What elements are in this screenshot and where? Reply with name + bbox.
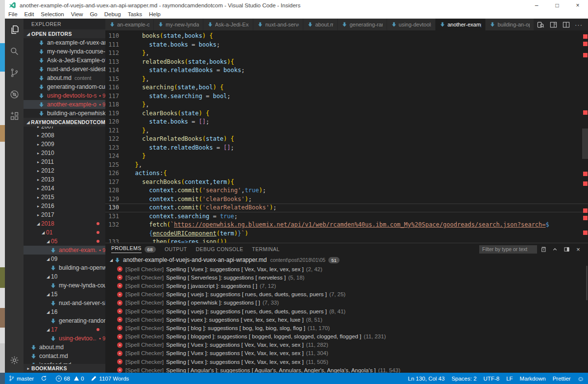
code-line-115[interactable]: 115 }, xyxy=(105,75,588,84)
editor-scrollbar[interactable] xyxy=(582,128,588,159)
tab-my-new-lynda-[interactable]: my-new-lynda-... xyxy=(154,19,203,30)
problem-row[interactable]: ×[Spell Checker]Spelling [ Serverless ]:… xyxy=(105,273,588,282)
code-line-114[interactable]: 114 state.relatedBooks = books; xyxy=(105,66,588,75)
code-line-123[interactable]: 123 state.relatedBooks = []; xyxy=(105,144,588,153)
panel-position-icon[interactable] xyxy=(561,246,572,253)
sync-status[interactable] xyxy=(37,373,52,384)
cursor-position-status[interactable]: Ln 130, Col 43 xyxy=(405,376,448,382)
menu-debug[interactable]: Debug xyxy=(101,11,124,17)
code-line-113[interactable]: 113 relatedBooks(state,books){ xyxy=(105,58,588,67)
tree-item-contact-md[interactable]: contact.md xyxy=(24,352,105,360)
code-line-111[interactable]: 111 state.books = books; xyxy=(105,41,588,50)
code-line-129[interactable]: 129 context.commit('clearBooks'); xyxy=(105,195,588,204)
tree-item-2011[interactable]: ▸2011 xyxy=(24,157,105,166)
open-editor-item[interactable]: another-example-of...9 xyxy=(24,100,105,109)
tree-item-05[interactable]: ◢05 xyxy=(24,237,105,246)
menu-file[interactable]: File xyxy=(5,11,21,17)
open-editor-item[interactable]: generating-random-cure-... xyxy=(24,82,105,91)
tree-item-jsonfeed-md[interactable]: jsonfeed.md xyxy=(24,360,105,364)
tree-item-2007[interactable]: ▸2007 xyxy=(24,127,105,131)
tree-item-2018[interactable]: ◢2018 xyxy=(24,219,105,228)
tree-item-generating-random-[interactable]: generating-random... xyxy=(24,316,105,325)
code-line-130[interactable]: 130 context.commit('clearRelatedBooks'); xyxy=(105,204,588,212)
code-line-wrap[interactable]: {encodeURIComponent(term)}`) xyxy=(105,230,588,238)
menu-help[interactable]: Help xyxy=(146,11,164,17)
tree-item-2010[interactable]: ▸2010 xyxy=(24,149,105,157)
eol-status[interactable]: LF xyxy=(503,376,516,382)
code-line-116[interactable]: 116 searching(state,bool) { xyxy=(105,83,588,92)
formatter-status[interactable]: Prettier xyxy=(549,376,574,382)
open-editor-item[interactable]: an-example-of-vuex-and-... xyxy=(24,38,105,47)
tree-item-16[interactable]: ◢16 xyxy=(24,307,105,316)
problem-row[interactable]: ×[Spell Checker]Spelling [ Vuex ]: sugge… xyxy=(105,341,588,349)
problems-file-row[interactable]: ◢ another-example-of-vuejs-and-vuex-an-a… xyxy=(105,255,588,265)
source-control-icon[interactable] xyxy=(5,62,24,83)
tree-item-my-new-lynda-cou-[interactable]: my-new-lynda-cou... xyxy=(24,281,105,290)
language-mode-status[interactable]: Markdown xyxy=(516,376,549,382)
tree-item-01[interactable]: ◢01 xyxy=(24,228,105,237)
problem-row[interactable]: ×[Spell Checker]Spelling [ Vuex ]: sugge… xyxy=(105,349,588,358)
menu-go[interactable]: Go xyxy=(86,11,100,17)
problems-status[interactable]: × 68 0 xyxy=(52,373,87,384)
encoding-status[interactable]: UTF-8 xyxy=(480,376,503,382)
indentation-status[interactable]: Spaces: 2 xyxy=(448,376,480,382)
code-line-122[interactable]: 122 clearRelatedBooks(state) { xyxy=(105,135,588,144)
tree-item-nuxt-and-server-si-[interactable]: nuxt-and-server-si... xyxy=(24,299,105,307)
problem-row[interactable]: ×[Spell Checker]Spelling [ blogged ]: su… xyxy=(105,333,588,341)
code-line-118[interactable]: 118 }, xyxy=(105,101,588,109)
minimize-button[interactable]: – xyxy=(526,0,547,10)
tab-nuxt-and-serve-[interactable]: nuxt-and-serve... xyxy=(253,19,303,30)
code-editor[interactable]: 110 books(state,books) {111 state.books … xyxy=(105,30,588,243)
code-line-128[interactable]: 128 context.commit('searching',true); xyxy=(105,186,588,195)
bookmarks-header[interactable]: ▸ BOOKMARKS xyxy=(24,364,105,373)
tree-item-09[interactable]: ◢09 xyxy=(24,255,105,263)
close-panel-icon[interactable]: × xyxy=(572,246,584,253)
tree-item-building-an-openw-[interactable]: building-an-openw... xyxy=(24,263,105,272)
problem-row[interactable]: ×[Spell Checker]Spelling [ Angular's ]: … xyxy=(105,366,588,373)
tree-item-2008[interactable]: ▸2008 xyxy=(24,131,105,140)
code-line-121[interactable]: 121 }, xyxy=(105,127,588,135)
problem-row[interactable]: ×[Spell Checker]Spelling [ vuejs ]: sugg… xyxy=(105,307,588,315)
collapse-all-icon[interactable] xyxy=(537,246,549,253)
code-line-110[interactable]: 110 books(state,books) { xyxy=(105,32,588,41)
open-preview-icon[interactable] xyxy=(534,21,547,28)
problem-row[interactable]: ×[Spell Checker]Spelling [ blog ]: sugge… xyxy=(105,324,588,332)
extensions-icon[interactable] xyxy=(5,105,24,127)
tab-an-example-of-[interactable]: an-example-of... xyxy=(105,19,154,30)
code-line-124[interactable]: 124 } xyxy=(105,152,588,161)
tree-item-2014[interactable]: ▸2014 xyxy=(24,184,105,193)
close-button[interactable]: × xyxy=(567,0,588,10)
menu-tasks[interactable]: Tasks xyxy=(124,11,146,17)
code-line-125[interactable]: 125 }, xyxy=(105,161,588,170)
maximize-panel-icon[interactable] xyxy=(549,246,561,253)
panel-tab-problems[interactable]: PROBLEMS68 xyxy=(111,243,156,255)
open-editor-item[interactable]: about.mdcontent xyxy=(24,74,105,82)
tree-item-2015[interactable]: ▸2015 xyxy=(24,193,105,202)
menu-selection[interactable]: Selection xyxy=(37,11,67,17)
open-editor-item[interactable]: nuxt-and-server-sidestati... xyxy=(24,65,105,74)
code-line-117[interactable]: 117 state.searching = bool; xyxy=(105,92,588,101)
tree-item-another-exam-[interactable]: another-exam...9 xyxy=(24,246,105,255)
open-editor-item[interactable]: using-devtools-to-s...9 xyxy=(24,91,105,100)
code-line-120[interactable]: 120 state.books = []; xyxy=(105,118,588,127)
code-line-131[interactable]: 131 context.searching = true; xyxy=(105,212,588,221)
tab-ask-a-jedi-exa-[interactable]: Ask-a-Jedi-Exa... xyxy=(203,19,254,30)
panel-scrollbar[interactable] xyxy=(586,266,588,300)
tree-item-17[interactable]: ◢17 xyxy=(24,325,105,334)
code-line-132[interactable]: 132 fetch(`https://openwhisk.ng.bluemix.… xyxy=(105,221,588,230)
editor-layout-icon[interactable] xyxy=(560,21,572,28)
panel-tab-debug-console[interactable]: DEBUG CONSOLE xyxy=(196,243,244,255)
debug-icon[interactable] xyxy=(5,83,24,105)
tree-item-2012[interactable]: ▸2012 xyxy=(24,166,105,175)
problem-row[interactable]: ×[Spell Checker]Spelling [ Vuex ]: sugge… xyxy=(105,358,588,366)
tree-item-using-devtoo-[interactable]: using-devtoo...9 xyxy=(24,334,105,343)
tab-using-devtools-[interactable]: using-devtools... xyxy=(387,19,436,30)
panel-tab-output[interactable]: OUTPUT xyxy=(165,243,187,255)
tree-item-15[interactable]: ◢15 xyxy=(24,290,105,299)
split-editor-icon[interactable] xyxy=(547,21,560,28)
tree-item-2009[interactable]: ▸2009 xyxy=(24,140,105,149)
code-line-127[interactable]: 127 searchBooks(context,term){ xyxy=(105,178,588,187)
code-line-119[interactable]: 119 clearBooks(state) { xyxy=(105,109,588,118)
word-count-status[interactable]: 1107 Words xyxy=(87,373,132,384)
feedback-smiley-icon[interactable]: ☺ xyxy=(577,375,584,383)
